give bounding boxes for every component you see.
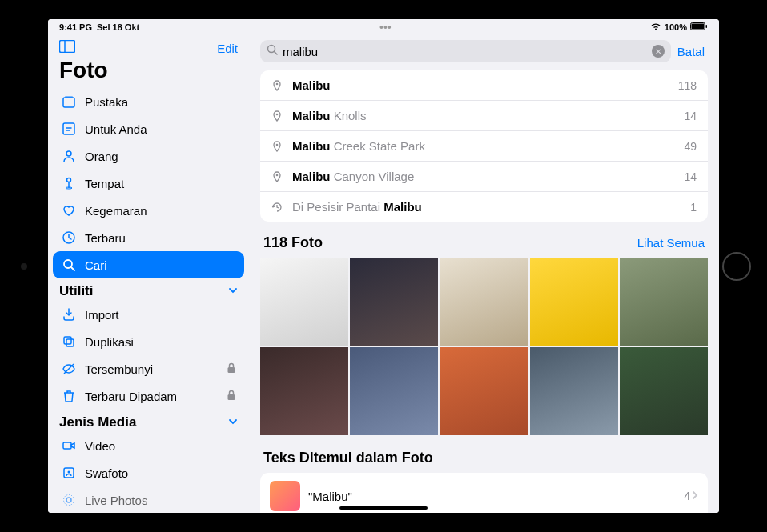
- sidebar-item-terbaru-dipadam[interactable]: Terbaru Dipadam: [53, 382, 244, 410]
- search-icon: [267, 44, 278, 58]
- sidebar-item-label: Pustaka: [85, 95, 128, 109]
- sidebar-item-label: Duplikasi: [85, 335, 134, 349]
- sidebar-item-label: Orang: [85, 150, 118, 163]
- suggestion-text: Malibu Canyon Village: [292, 170, 676, 183]
- suggestion-count: 1: [690, 201, 697, 214]
- suggestion-row[interactable]: Malibu 118: [260, 70, 708, 101]
- sidebar-item-label: Kegemaran: [85, 204, 147, 218]
- sidebar-item-duplikasi[interactable]: Duplikasi: [53, 328, 244, 355]
- sidebar-item-swafoto[interactable]: Swafoto: [53, 459, 244, 486]
- suggestion-text: Malibu: [292, 78, 670, 92]
- text-found-row[interactable]: "Malibu" 4: [260, 473, 708, 513]
- section-jenis-media[interactable]: Jenis Media: [48, 410, 249, 432]
- sidebar-item-orang[interactable]: Orang: [53, 142, 244, 170]
- photo-thumbnail[interactable]: [440, 258, 528, 346]
- lock-icon: [227, 362, 236, 376]
- text-found-count: 4: [684, 490, 698, 502]
- library-icon: [61, 94, 77, 110]
- trash-icon: [61, 388, 77, 404]
- sidebar-item-label: Import: [85, 308, 119, 322]
- selfie-icon: [61, 465, 77, 481]
- battery-pct: 100%: [665, 22, 687, 32]
- section-title: Jenis Media: [59, 414, 136, 430]
- nav-utilities: Import Duplikasi Tersembunyi Terbaru Dip…: [48, 301, 249, 410]
- search-icon: [61, 257, 77, 273]
- svg-rect-2: [706, 25, 708, 28]
- pin-icon: [271, 110, 284, 122]
- pin-icon: [271, 80, 284, 91]
- sidebar-item-kegemaran[interactable]: Kegemaran: [53, 197, 244, 224]
- suggestion-count: 49: [684, 140, 697, 153]
- search-field[interactable]: ✕: [260, 40, 671, 62]
- section-utiliti[interactable]: Utiliti: [48, 278, 249, 301]
- results-title: 118 Foto: [263, 234, 323, 251]
- clock-icon: [61, 230, 77, 246]
- search-suggestions: Malibu 118 Malibu Knolls 14 Malibu Creek…: [260, 70, 708, 222]
- sidebar-item-terbaru[interactable]: Terbaru: [53, 224, 244, 251]
- places-icon: [61, 175, 77, 191]
- screen: ••• 9:41 PG Sel 18 Okt 100%: [48, 19, 719, 513]
- see-all-button[interactable]: Lihat Semua: [637, 236, 705, 250]
- photo-thumbnail[interactable]: [260, 258, 348, 346]
- multitask-dots[interactable]: •••: [379, 21, 388, 29]
- sidebar-item-untuk-anda[interactable]: Untuk Anda: [53, 115, 244, 142]
- chevron-right-icon: [692, 490, 698, 502]
- sidebar-item-import[interactable]: Import: [53, 301, 244, 328]
- home-button[interactable]: [722, 252, 751, 281]
- svg-rect-20: [63, 442, 71, 449]
- suggestion-text: Malibu Knolls: [292, 109, 676, 122]
- photo-thumbnail[interactable]: [350, 258, 438, 346]
- photo-thumbnail[interactable]: [260, 347, 348, 435]
- svg-rect-18: [228, 367, 235, 373]
- import-icon: [61, 306, 77, 322]
- sidebar-item-live-photos[interactable]: Live Photos: [53, 486, 244, 513]
- edit-button[interactable]: Edit: [217, 42, 238, 55]
- svg-rect-15: [64, 337, 71, 344]
- suggestion-row[interactable]: Di Pesisir Pantai Malibu 1: [260, 192, 708, 222]
- sidebar-item-tempat[interactable]: Tempat: [53, 170, 244, 197]
- cancel-button[interactable]: Batal: [677, 45, 708, 58]
- sidebar-item-video[interactable]: Video: [53, 432, 244, 459]
- svg-rect-3: [60, 41, 75, 53]
- sidebar-item-label: Swafoto: [85, 466, 128, 480]
- sidebar-item-pustaka[interactable]: Pustaka: [53, 88, 244, 115]
- lock-icon: [227, 390, 236, 403]
- suggestion-row[interactable]: Malibu Knolls 14: [260, 101, 708, 131]
- suggestion-text: Malibu Creek State Park: [292, 139, 676, 153]
- photo-thumbnail[interactable]: [620, 258, 708, 346]
- photo-thumbnail[interactable]: [620, 347, 708, 435]
- camera-dot: [21, 263, 27, 270]
- svg-point-28: [276, 113, 279, 115]
- sidebar-item-cari[interactable]: Cari: [53, 251, 244, 278]
- text-found-title: Teks Ditemui dalam Foto: [257, 435, 711, 473]
- sidebar-item-tersembunyi[interactable]: Tersembunyi: [53, 355, 244, 382]
- svg-line-26: [275, 52, 278, 55]
- home-indicator[interactable]: [339, 506, 428, 510]
- suggestion-row[interactable]: Malibu Canyon Village 14: [260, 162, 708, 192]
- photo-thumbnail[interactable]: [530, 258, 618, 346]
- svg-rect-16: [66, 339, 74, 346]
- svg-point-22: [68, 471, 70, 474]
- wifi-icon: [650, 22, 661, 32]
- sidebar: Edit Foto Pustaka Untuk Anda Orang: [48, 19, 249, 513]
- pin-icon: [271, 141, 284, 152]
- nav-media: Video Swafoto Live Photos: [48, 432, 249, 513]
- photo-grid: [257, 258, 711, 435]
- search-input[interactable]: [283, 45, 647, 58]
- photo-thumbnail[interactable]: [350, 347, 438, 435]
- search-row: ✕ Batal: [257, 40, 711, 67]
- suggestion-row[interactable]: Malibu Creek State Park 49: [260, 131, 708, 162]
- sidebar-toggle-icon[interactable]: [59, 40, 75, 56]
- svg-point-8: [66, 151, 71, 156]
- photo-thumbnail[interactable]: [440, 347, 528, 435]
- svg-rect-5: [63, 98, 74, 107]
- photo-thumbnail[interactable]: [530, 347, 618, 435]
- svg-point-9: [67, 178, 71, 182]
- clear-search-button[interactable]: ✕: [652, 45, 665, 58]
- svg-point-23: [66, 498, 71, 502]
- text-found-label: "Malibu": [308, 490, 676, 503]
- svg-rect-19: [228, 394, 235, 400]
- foryou-icon: [61, 121, 77, 137]
- sidebar-item-label: Terbaru Dipadam: [85, 390, 177, 403]
- svg-rect-7: [63, 123, 74, 134]
